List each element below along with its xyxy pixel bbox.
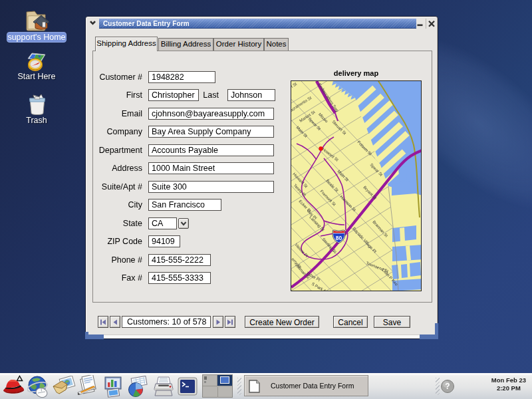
svg-text:?: ? — [445, 382, 450, 391]
